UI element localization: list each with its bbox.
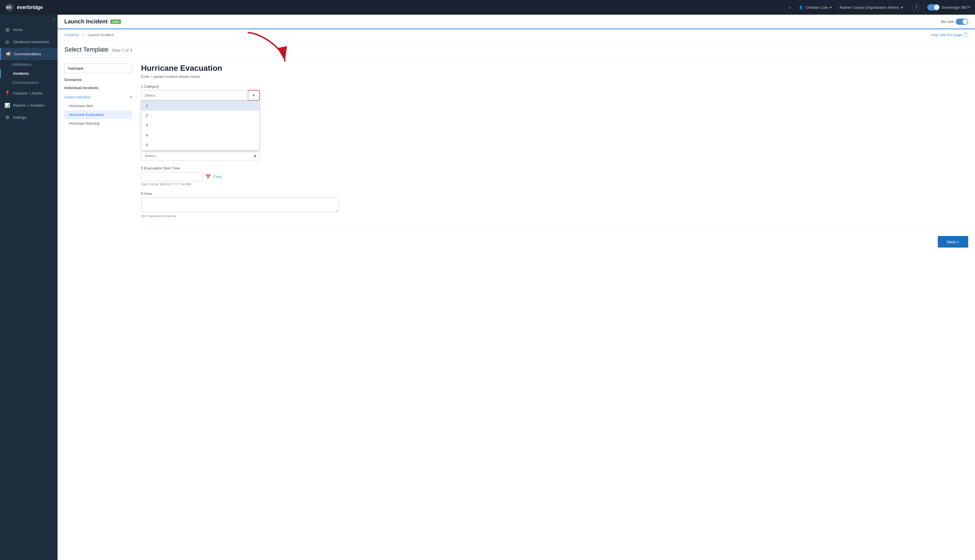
dropdown-option-5[interactable]: 5 bbox=[141, 140, 259, 150]
toggle-label: Everbridge 360™ bbox=[942, 5, 970, 10]
form-subtitle: Enter / update incident details below bbox=[141, 75, 968, 79]
help-circle-icon: ? bbox=[963, 32, 968, 37]
sidebar-collapse[interactable]: « bbox=[0, 15, 58, 24]
contacts-icon: 📍 bbox=[5, 90, 10, 96]
situational-awareness-icon: ◎ bbox=[5, 39, 10, 45]
sidebar-item-reports-analytics[interactable]: 📊 Reports + Analytics bbox=[0, 99, 58, 112]
evac-start-label: 5 Evacuation Start Time bbox=[141, 166, 968, 170]
sidebar-item-label: Contacts + Assets bbox=[13, 91, 42, 95]
list-item-hurricane-warning[interactable]: Hurricane Warning bbox=[64, 119, 132, 128]
reports-icon: 📊 bbox=[5, 103, 10, 108]
next-button[interactable]: Next > bbox=[938, 236, 968, 248]
step-title-text: Select Template bbox=[64, 46, 109, 53]
breadcrumb-separator: > bbox=[82, 33, 85, 37]
user-name: Christian Cole bbox=[805, 5, 828, 10]
list-item-hurricane-evacuation[interactable]: Hurricane Evacuation bbox=[64, 110, 132, 119]
main-two-col: Scenarios Individual Incidents Severe We… bbox=[58, 58, 975, 258]
breadcrumb-bar: Incidents > Launch Incident Help with th… bbox=[58, 29, 975, 40]
category-select-input[interactable] bbox=[141, 90, 248, 100]
go-live-toggle[interactable] bbox=[956, 18, 968, 25]
dropdown-option-4[interactable]: 4 bbox=[141, 130, 259, 140]
sidebar-item-label: Reports + Analytics bbox=[13, 103, 45, 107]
help-link-label: Help with this page bbox=[931, 33, 962, 37]
help-link[interactable]: Help with this page ? bbox=[931, 32, 968, 37]
date-format-hint: Date Format: MM-DD-YYYY HH:MM bbox=[141, 182, 968, 186]
hurricane-warning-label: Hurricane Warning bbox=[69, 121, 99, 125]
list-item-hurricane-alert[interactable]: Hurricane Alert bbox=[64, 102, 132, 110]
sidebar-item-label: Settings bbox=[13, 115, 26, 120]
help-icon: ? bbox=[915, 5, 917, 10]
field4-select-wrapper: ▾ bbox=[141, 151, 260, 160]
incidents-label: Incidents bbox=[13, 72, 29, 75]
sidebar-item-label: Home bbox=[13, 28, 23, 32]
dropdown-option-1[interactable]: 1 bbox=[141, 101, 259, 110]
sidebar-item-settings[interactable]: ⚙ Settings bbox=[0, 112, 58, 123]
chars-remaining: 260 characters remaining bbox=[141, 214, 968, 218]
dropdown-option-2[interactable]: 2 bbox=[141, 110, 259, 120]
sidebar-item-home[interactable]: ⊞ Home bbox=[0, 24, 58, 36]
content-area: Launch Incident Live Go Live Incidents >… bbox=[58, 15, 975, 560]
form-footer: Next > bbox=[141, 232, 968, 252]
field4-wrapper: ▾ bbox=[141, 151, 968, 160]
scenarios-label: Scenarios bbox=[64, 78, 132, 82]
template-list-col: Scenarios Individual Incidents Severe We… bbox=[64, 64, 132, 128]
user-menu[interactable]: 👤 Christian Cole ▾ bbox=[796, 4, 834, 11]
step-header: Select Template Step 1 of 3 bbox=[58, 40, 975, 58]
sidebar-item-incidents[interactable]: Incidents bbox=[0, 69, 58, 78]
svg-text:eb: eb bbox=[6, 5, 11, 10]
help-button[interactable]: ? bbox=[912, 3, 920, 11]
chevron-down-icon: ▾ bbox=[130, 95, 132, 99]
sidebar-item-communications[interactable]: 📢 Communications bbox=[0, 48, 58, 60]
sidebar: « ⊞ Home ◎ Situational Awareness 📢 Commu… bbox=[0, 15, 58, 560]
clear-button[interactable]: Clear bbox=[213, 175, 222, 179]
communications-sub-label: Communications bbox=[12, 81, 38, 85]
evac-date-wrapper: 📅 Clear bbox=[141, 172, 968, 181]
user-chevron-icon: ▾ bbox=[830, 5, 832, 10]
top-nav: eb everbridge » 👤 Christian Cole ▾ Raini… bbox=[0, 0, 975, 15]
severe-weather-label: Severe Weather bbox=[64, 95, 91, 99]
communications-icon: 📢 bbox=[5, 51, 11, 57]
logo[interactable]: eb everbridge bbox=[5, 2, 43, 12]
user-icon: 👤 bbox=[799, 5, 803, 10]
field4-select-input[interactable] bbox=[141, 151, 260, 160]
breadcrumb-current: Launch Incident bbox=[88, 33, 114, 37]
hurricane-alert-label: Hurricane Alert bbox=[69, 104, 93, 108]
dropdown-option-3[interactable]: 3 bbox=[141, 120, 259, 130]
sidebar-item-communications-sub[interactable]: Communications bbox=[0, 78, 58, 87]
area-label: 6 Area bbox=[141, 192, 968, 196]
template-search-input[interactable] bbox=[64, 64, 132, 73]
org-name: Rainier County (Organization Admin) bbox=[840, 5, 899, 10]
breadcrumb-parent-link[interactable]: Incidents bbox=[64, 33, 79, 37]
page-content: Incidents > Launch Incident Help with th… bbox=[58, 29, 975, 560]
sidebar-item-notifications[interactable]: Notifications bbox=[0, 60, 58, 69]
live-badge: Live bbox=[110, 20, 121, 24]
area-field: 6 Area 260 characters remaining bbox=[141, 192, 968, 218]
step-label: Step 1 of 3 bbox=[112, 48, 132, 52]
category-dropdown-button[interactable]: ▾ bbox=[248, 90, 260, 100]
sidebar-item-situational-awareness[interactable]: ◎ Situational Awareness bbox=[0, 36, 58, 48]
form-title: Hurricane Evacuation bbox=[141, 64, 968, 73]
home-icon: ⊞ bbox=[5, 27, 10, 32]
nav-arrows[interactable]: » bbox=[786, 4, 793, 11]
evac-start-field: 5 Evacuation Start Time 📅 Clear Date For… bbox=[141, 166, 968, 186]
org-chevron-icon: ▾ bbox=[901, 5, 903, 10]
sidebar-item-contacts-assets[interactable]: 📍 Contacts + Assets bbox=[0, 87, 58, 99]
settings-icon: ⚙ bbox=[5, 115, 10, 120]
breadcrumb: Incidents > Launch Incident bbox=[64, 33, 114, 37]
sidebar-item-label: Communications bbox=[14, 52, 41, 56]
org-menu[interactable]: Rainier County (Organization Admin) ▾ bbox=[837, 4, 905, 11]
category-field: 1 Category ▾ 1 2 bbox=[141, 84, 968, 100]
evac-date-input[interactable] bbox=[141, 172, 203, 181]
toggle-wrapper: Everbridge 360™ bbox=[927, 4, 970, 10]
collapse-icon[interactable]: « bbox=[52, 17, 55, 22]
notifications-label: Notifications bbox=[12, 63, 32, 67]
page-title: Launch Incident bbox=[64, 18, 107, 25]
area-textarea[interactable] bbox=[141, 197, 339, 212]
individual-incidents-label: Individual Incidents bbox=[64, 86, 132, 90]
chevron-down-icon: ▾ bbox=[253, 93, 255, 98]
hurricane-evacuation-label: Hurricane Evacuation bbox=[69, 113, 104, 117]
category-dropdown-list: 1 2 3 4 5 bbox=[141, 100, 260, 150]
severe-weather-group[interactable]: Severe Weather ▾ bbox=[64, 93, 132, 102]
everbridge360-toggle[interactable] bbox=[927, 4, 940, 10]
go-live-area: Go Live bbox=[941, 18, 968, 25]
